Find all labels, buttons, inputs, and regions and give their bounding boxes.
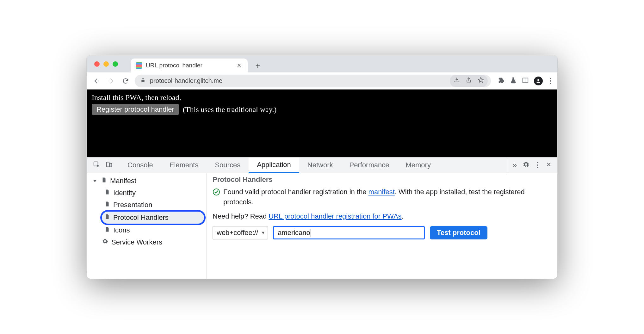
tab-console[interactable]: Console: [119, 158, 161, 173]
device-toolbar-icon[interactable]: [106, 161, 113, 169]
register-protocol-button[interactable]: Register protocol handler: [92, 104, 179, 115]
file-icon: [104, 213, 110, 222]
sidebar-item-service-workers[interactable]: Service Workers: [87, 236, 207, 248]
help-link[interactable]: URL protocol handler registration for PW…: [269, 212, 401, 220]
window-minimize-button[interactable]: [103, 61, 109, 67]
tab-sources[interactable]: Sources: [207, 158, 249, 173]
register-note: (This uses the traditional way.): [183, 105, 276, 114]
tab-performance[interactable]: Performance: [341, 158, 397, 173]
devtools-tabbar: Console Elements Sources Application Net…: [87, 157, 557, 173]
devtools-close-button[interactable]: [546, 162, 552, 169]
protocol-value-input[interactable]: americano: [273, 226, 425, 239]
install-icon[interactable]: [454, 77, 460, 85]
tab-elements[interactable]: Elements: [161, 158, 207, 173]
sidebar-label: Protocol Handlers: [113, 213, 169, 222]
sidebar-item-protocol-handlers[interactable]: Protocol Handlers: [102, 212, 204, 224]
experiments-icon[interactable]: [510, 77, 517, 85]
protocol-scheme-select[interactable]: web+coffee://: [213, 226, 268, 239]
share-icon[interactable]: [466, 77, 472, 85]
tab-network[interactable]: Network: [299, 158, 341, 173]
chrome-menu-button[interactable]: [548, 78, 553, 84]
window-close-button[interactable]: [94, 61, 100, 67]
extensions-icon[interactable]: [498, 77, 505, 85]
file-icon: [104, 226, 110, 235]
sidebar-item-icons[interactable]: Icons: [87, 224, 207, 236]
forward-button[interactable]: [106, 76, 116, 86]
favicon-icon: [136, 62, 142, 69]
help-text: Need help? Read URL protocol handler reg…: [213, 212, 552, 220]
tab-application[interactable]: Application: [249, 158, 299, 173]
application-sidebar: Manifest Identity Presentation Protocol …: [87, 173, 207, 279]
tab-memory[interactable]: Memory: [397, 158, 439, 173]
text-cursor: [311, 229, 311, 237]
gear-icon: [102, 238, 108, 246]
sidebar-label: Icons: [113, 226, 130, 234]
file-icon: [104, 201, 110, 209]
sidebar-item-identity[interactable]: Identity: [87, 187, 207, 199]
tab-strip: URL protocol handler × +: [87, 55, 557, 72]
sidebar-label: Service Workers: [111, 238, 162, 246]
devtools: Console Elements Sources Application Net…: [87, 157, 557, 279]
status-text: Found valid protocol handler registratio…: [223, 187, 552, 207]
sidebar-label: Presentation: [113, 201, 152, 209]
sidebar-label: Manifest: [110, 177, 136, 185]
lock-icon: [140, 77, 146, 84]
reload-button[interactable]: [120, 76, 131, 86]
sidebar-label: Identity: [113, 189, 136, 197]
panel-title: Protocol Handlers: [213, 176, 552, 184]
browser-window: URL protocol handler × + protocol-handle…: [86, 55, 558, 279]
protocol-handlers-panel: Protocol Handlers Found valid protocol h…: [207, 173, 557, 279]
instruction-text: Install this PWA, then reload.: [92, 93, 552, 102]
test-protocol-button[interactable]: Test protocol: [430, 226, 487, 239]
url-text: protocol-handler.glitch.me: [150, 77, 222, 84]
file-icon: [104, 189, 110, 197]
sidebar-item-presentation[interactable]: Presentation: [87, 199, 207, 211]
window-controls: [94, 55, 118, 72]
new-tab-button[interactable]: +: [251, 59, 265, 72]
devtools-menu-button[interactable]: [535, 162, 540, 168]
success-check-icon: [213, 188, 220, 196]
toolbar: protocol-handler.glitch.me: [87, 72, 557, 90]
window-zoom-button[interactable]: [113, 61, 118, 67]
bookmark-icon[interactable]: [478, 77, 484, 85]
more-tabs-button[interactable]: »: [513, 161, 517, 170]
file-icon: [101, 176, 107, 185]
omnibox-actions: [450, 75, 488, 87]
side-panel-icon[interactable]: [522, 77, 529, 85]
devtools-settings-icon[interactable]: [523, 161, 529, 169]
browser-tab[interactable]: URL protocol handler ×: [131, 59, 248, 72]
svg-point-0: [537, 79, 539, 81]
tab-close-button[interactable]: ×: [236, 62, 243, 69]
page-content: Install this PWA, then reload. Register …: [87, 90, 557, 157]
profile-icon[interactable]: [534, 77, 543, 85]
address-bar[interactable]: protocol-handler.glitch.me: [135, 75, 491, 87]
inspect-icon[interactable]: [93, 161, 100, 169]
manifest-link[interactable]: manifest: [368, 188, 395, 196]
tab-title: URL protocol handler: [146, 62, 232, 69]
disclosure-triangle-icon: [93, 180, 97, 182]
toolbar-right: [498, 77, 553, 85]
back-button[interactable]: [91, 76, 102, 86]
sidebar-item-manifest[interactable]: Manifest: [87, 175, 207, 187]
